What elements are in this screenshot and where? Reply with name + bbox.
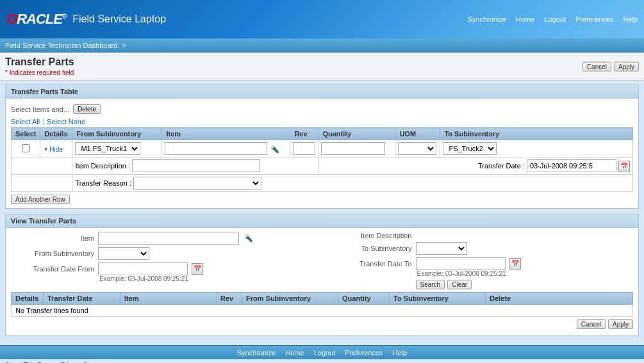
date-from-example: Example: 03-Jul-2008 09:25:21 <box>98 275 316 282</box>
from-subinv-row: From Subinventory <box>11 247 316 260</box>
to-subinv-filter-select[interactable] <box>416 242 467 255</box>
search-clear-row: Search Clear <box>416 280 634 289</box>
nav-synchronize[interactable]: Synchronize <box>468 15 507 23</box>
item-desc-row: Item Description <box>329 232 634 239</box>
footer-home[interactable]: Home <box>285 349 304 357</box>
search-button[interactable]: Search <box>416 280 445 289</box>
col-details: Details <box>40 128 72 140</box>
transfer-parts-section-body: Select Items and... Delete Select All | … <box>6 99 638 208</box>
apply-button-bottom[interactable]: Apply <box>608 319 633 329</box>
view-transfer-section-body: Item 🔦 From Subinventory Transfer Date F… <box>6 228 638 335</box>
transfer-reason-label: Transfer Reason : <box>75 179 131 187</box>
app-header: ORACLE® Field Service Laptop Synchronize… <box>0 0 644 38</box>
item-input[interactable] <box>165 142 267 155</box>
item-search-input[interactable] <box>98 232 239 245</box>
items-actions-row: Select Items and... Delete <box>11 102 633 116</box>
bottom-bar: About This Page Privacy Statement <box>0 359 644 363</box>
nav-home[interactable]: Home <box>516 15 534 23</box>
transfer-date-from-input[interactable] <box>98 262 188 275</box>
row-quantity-cell <box>318 140 395 157</box>
footer-synchronize[interactable]: Synchronize <box>237 349 276 357</box>
transfer-date-calendar-icon[interactable]: 📅 <box>618 161 630 172</box>
hide-label: Hide <box>49 146 63 153</box>
required-text: Indicates required field <box>10 69 74 76</box>
required-note: * Indicates required field <box>5 69 639 76</box>
footer-nav: Synchronize Home Logout Preferences Help <box>0 345 644 359</box>
transfer-parts-table-section: Transfer Parts Table Select Items and...… <box>5 85 639 209</box>
col-to-subinv: To Subinventory <box>440 128 633 140</box>
row-checkbox[interactable] <box>22 144 30 152</box>
cancel-button-bottom[interactable]: Cancel <box>577 319 606 329</box>
select-none-link[interactable]: Select None <box>47 118 85 125</box>
item-desc-label: Item Description <box>329 232 412 239</box>
uom-select[interactable] <box>398 142 436 155</box>
item-row: Item 🔦 <box>11 232 316 245</box>
item-description-input[interactable] <box>132 159 260 172</box>
to-subinventory-select[interactable]: FS_Truck2 FS_Truck1 <box>443 142 497 155</box>
hide-toggle[interactable]: Hide <box>43 146 63 153</box>
transfer-date-to-cal-icon[interactable]: 📅 <box>509 258 521 270</box>
rev-input[interactable] <box>293 142 315 155</box>
clear-button[interactable]: Clear <box>447 280 472 289</box>
from-subinv-label: From Subinventory <box>11 250 94 257</box>
quantity-input[interactable] <box>321 142 385 155</box>
res-col-transfer-date: Transfer Date <box>44 293 120 305</box>
item-description-label: Item Description : <box>75 162 130 170</box>
date-from-example-text: Example: 03-Jul-2008 09:25:21 <box>99 275 316 282</box>
col-select: Select <box>12 128 40 140</box>
view-form-right: Item Description To Subinventory Transfe… <box>329 232 634 289</box>
nav-preferences[interactable]: Preferences <box>575 15 613 23</box>
item-flashlight-icon[interactable]: 🔦 <box>243 232 254 244</box>
to-subinv-label: To Subinventory <box>329 245 412 252</box>
res-col-quantity: Quantity <box>338 293 390 305</box>
transfer-date-from-label: Transfer Date From <box>11 265 94 273</box>
transfer-date-to-row: Transfer Date To 📅 <box>329 257 634 270</box>
footer-logout[interactable]: Logout <box>314 349 336 357</box>
delete-button[interactable]: Delete <box>73 104 101 114</box>
transfer-date-to-label: Transfer Date To <box>329 260 412 268</box>
from-subinventory-select[interactable]: M1.FS_Truck1 M1.FS_Truck2 <box>75 142 140 155</box>
res-col-details: Details <box>12 293 44 305</box>
transfer-date-label: Transfer Date : <box>478 162 525 170</box>
col-rev: Rev <box>290 128 318 140</box>
breadcrumb-separator: > <box>122 42 126 49</box>
transfer-reason-select[interactable] <box>133 177 261 190</box>
row-rev-cell <box>290 140 318 157</box>
view-form-left: Item 🔦 From Subinventory Transfer Date F… <box>11 232 316 289</box>
select-all-link[interactable]: Select All <box>11 118 40 125</box>
breadcrumb-link[interactable]: Field Service Technician Dashboard. <box>5 42 119 49</box>
cancel-button-top[interactable]: Cancel <box>582 61 611 71</box>
transfer-date-to-input[interactable] <box>416 257 506 270</box>
no-results-row: No Transfer lines found <box>12 305 633 317</box>
row-from-subinv-cell: M1.FS_Truck1 M1.FS_Truck2 <box>72 140 162 157</box>
col-item: Item <box>162 128 290 140</box>
res-col-delete: Delete <box>486 293 633 305</box>
add-another-row-button[interactable]: Add Another Row <box>11 195 70 204</box>
row-checkbox-cell <box>12 140 40 157</box>
date-to-example: Example: 03-Jul-2008 09:25:21 <box>416 270 634 277</box>
bottom-actions-row: Cancel Apply <box>11 317 633 332</box>
res-col-from-subinv: From Subinventory <box>242 293 338 305</box>
breadcrumb-bar: Field Service Technician Dashboard. > <box>0 38 644 52</box>
transfer-date-input[interactable] <box>527 159 616 172</box>
transfer-table: Select Details From Subinventory Item Re… <box>11 127 633 192</box>
row-item-cell: 🔦 <box>162 140 290 157</box>
res-col-rev: Rev <box>217 293 242 305</box>
transfer-date-from-cal-icon[interactable]: 📅 <box>192 263 203 275</box>
row-to-subinv-cell: FS_Truck2 FS_Truck1 <box>440 140 633 157</box>
logo-area: ORACLE® Field Service Laptop <box>6 11 166 28</box>
oracle-logo: ORACLE® <box>6 11 66 28</box>
link-separator: | <box>42 118 44 125</box>
apply-button-top[interactable]: Apply <box>614 61 639 71</box>
transfer-date-cell: Transfer Date : 📅 <box>318 157 633 175</box>
nav-logout[interactable]: Logout <box>544 15 566 23</box>
from-subinv-filter-select[interactable] <box>98 247 149 260</box>
row-reason-row: Transfer Reason : <box>12 175 633 192</box>
nav-help[interactable]: Help <box>623 15 638 23</box>
add-another-row-area: Add Another Row <box>11 195 633 204</box>
row-details-spacer <box>12 157 72 175</box>
res-col-to-subinv: To Subinventory <box>390 293 486 305</box>
footer-help[interactable]: Help <box>393 349 408 357</box>
item-search-icon[interactable]: 🔦 <box>269 143 281 155</box>
footer-preferences[interactable]: Preferences <box>345 349 383 357</box>
